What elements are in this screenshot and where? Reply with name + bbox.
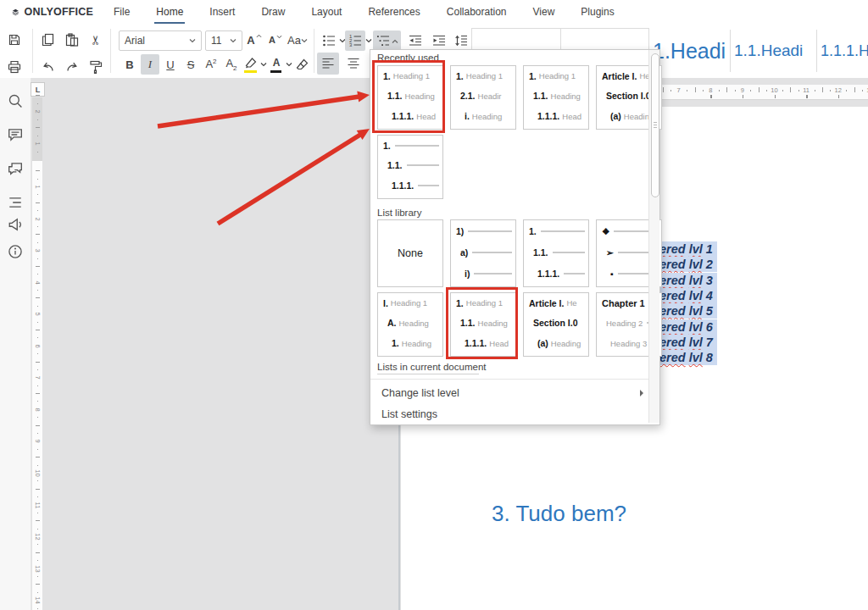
increase-indent-button[interactable] bbox=[429, 30, 449, 51]
menu-item-file[interactable]: File bbox=[112, 1, 131, 24]
menu-item-draw[interactable]: Draw bbox=[259, 1, 287, 24]
recently-used-item-2[interactable]: 1.Heading 12.1.Headiri.Heading bbox=[450, 65, 516, 130]
list-preview-line: I.Heading 1 bbox=[378, 293, 442, 313]
ruler-tick bbox=[37, 465, 39, 466]
dropdown-scrollbar[interactable] bbox=[648, 50, 659, 423]
dropdown-item-change-list-level[interactable]: Change list level bbox=[370, 383, 659, 403]
align-center-button[interactable] bbox=[342, 53, 364, 75]
italic-button[interactable]: I bbox=[141, 54, 159, 75]
font-color-button[interactable]: A bbox=[268, 54, 285, 75]
undo-button[interactable] bbox=[39, 58, 58, 76]
search-icon[interactable] bbox=[8, 93, 23, 108]
menu-item-view[interactable]: View bbox=[531, 1, 557, 24]
bullet-list-button[interactable] bbox=[319, 30, 339, 51]
print-button[interactable] bbox=[5, 58, 24, 76]
numbered-list-button[interactable]: 123 bbox=[345, 30, 365, 51]
font-color-menu-button[interactable] bbox=[285, 54, 293, 75]
ruler-tick bbox=[36, 552, 40, 553]
style-gallery-preview-3[interactable]: 1.1.1.H bbox=[816, 30, 868, 72]
feedback-icon[interactable] bbox=[8, 217, 23, 232]
menu-item-insert[interactable]: Insert bbox=[208, 1, 236, 24]
superscript-button[interactable]: A2 bbox=[202, 54, 220, 75]
document-heading-text[interactable]: 3. Tudo bem? bbox=[492, 501, 626, 527]
list-library-item-3[interactable]: 1.1.1.1.1.1. bbox=[523, 219, 589, 287]
chat-icon[interactable] bbox=[8, 161, 23, 176]
paste-button[interactable] bbox=[63, 30, 81, 49]
style-gallery-preview-2[interactable]: 1.1.Headi bbox=[730, 30, 817, 72]
list-preview-line: 1.1. bbox=[524, 241, 588, 263]
bold-button[interactable]: B bbox=[120, 54, 139, 75]
vertical-ruler-number: 2 bbox=[34, 214, 42, 224]
list-level-number: 6 bbox=[706, 320, 713, 334]
style-gallery-cell-empty-2[interactable] bbox=[560, 28, 649, 50]
list-level-number: 3 bbox=[706, 274, 713, 287]
selected-list-line[interactable]: ered lvl 8 bbox=[653, 350, 717, 365]
svg-text:3: 3 bbox=[349, 42, 353, 47]
menu-item-layout[interactable]: Layout bbox=[309, 1, 343, 24]
underline-button[interactable]: U bbox=[161, 54, 180, 75]
list-preview-line: 1. bbox=[378, 136, 442, 156]
recently-used-item-5[interactable]: 1.1.1.1.1.1. bbox=[377, 135, 443, 199]
decrease-indent-button[interactable] bbox=[405, 30, 426, 51]
dropdown-scrollbar-thumb[interactable] bbox=[651, 53, 659, 197]
menu-item-plugins[interactable]: Plugins bbox=[579, 1, 615, 24]
comments-icon[interactable] bbox=[8, 127, 23, 142]
list-library-item-5[interactable]: I.Heading 1A.Heading1.Heading bbox=[377, 292, 443, 357]
about-icon[interactable] bbox=[8, 244, 23, 259]
selected-list-line[interactable]: ered lvl 1 bbox=[653, 241, 717, 257]
vertical-ruler-number: 12 bbox=[34, 532, 42, 542]
recently-used-item-3[interactable]: 1.Heading 11.1.Heading1.1.1.Head bbox=[523, 65, 589, 130]
onlyoffice-document-editor: ONLYOFFICE FileHomeInsertDrawLayoutRefer… bbox=[0, 0, 868, 610]
decrease-font-button[interactable]: A bbox=[266, 30, 285, 49]
dropdown-item-list-settings[interactable]: List settings bbox=[370, 404, 659, 424]
selected-list-line[interactable]: ered lvl 6 bbox=[653, 319, 717, 335]
numbered-list-menu-button[interactable] bbox=[364, 30, 372, 51]
ruler-tick bbox=[726, 87, 727, 92]
clear-style-button[interactable] bbox=[293, 54, 312, 75]
list-label: Heading bbox=[399, 319, 429, 328]
highlight-color-menu-button[interactable] bbox=[259, 54, 268, 75]
menu-item-home[interactable]: Home bbox=[154, 1, 185, 24]
misspelled-word: ered bbox=[659, 320, 686, 334]
increase-font-button[interactable]: A bbox=[244, 30, 264, 49]
selected-list-line[interactable]: ered lvl 3 bbox=[653, 273, 717, 288]
ruler-tick bbox=[37, 480, 39, 481]
selected-list-line[interactable]: ered lvl 5 bbox=[653, 303, 717, 319]
menu-item-collaboration[interactable]: Collaboration bbox=[445, 1, 509, 24]
list-library-item-1[interactable]: None bbox=[377, 219, 443, 287]
multilevel-list-button[interactable] bbox=[373, 30, 401, 51]
copy-style-button[interactable] bbox=[86, 58, 105, 76]
redo-button[interactable] bbox=[63, 58, 81, 76]
list-level-number: 8 bbox=[706, 351, 713, 364]
style-gallery-cell-empty-1[interactable] bbox=[471, 28, 561, 50]
list-preview-line: 1.Heading 1 bbox=[451, 66, 515, 86]
list-library-item-7[interactable]: Article I.HeSection I.0(a)Heading bbox=[523, 292, 589, 357]
selected-list-line[interactable]: ered lvl 2 bbox=[653, 257, 717, 272]
vertical-ruler[interactable]: 211234567891011121314 bbox=[32, 78, 42, 610]
strikethrough-button[interactable]: S bbox=[181, 54, 200, 75]
list-number: 1) bbox=[456, 226, 464, 236]
list-preview-line: i.Heading bbox=[451, 106, 515, 126]
top-menu: FileHomeInsertDrawLayoutReferencesCollab… bbox=[112, 1, 616, 24]
font-size-select[interactable]: 11 bbox=[205, 30, 242, 51]
annotation-highlight-box-recently-used bbox=[372, 60, 445, 133]
placeholder-rule bbox=[553, 252, 585, 253]
app-logo-text: ONLYOFFICE bbox=[25, 6, 93, 18]
list-library-item-2[interactable]: 1)a)i) bbox=[450, 219, 516, 287]
horizontal-ruler-number: 7 bbox=[677, 86, 681, 94]
selected-list-line[interactable]: ered lvl 7 bbox=[653, 335, 717, 350]
line-spacing-button[interactable] bbox=[451, 30, 471, 51]
selected-list-line[interactable]: ered lvl 4 bbox=[653, 288, 717, 303]
highlight-color-button[interactable] bbox=[242, 54, 259, 75]
align-left-button[interactable] bbox=[317, 53, 339, 75]
cut-button[interactable]: ✂ bbox=[86, 30, 105, 49]
font-name-select[interactable]: Arial bbox=[119, 30, 202, 51]
menu-item-references[interactable]: References bbox=[366, 1, 421, 24]
subscript-button[interactable]: A2 bbox=[222, 54, 241, 75]
default-tab-stop-tick bbox=[710, 95, 712, 98]
save-button[interactable] bbox=[5, 30, 24, 49]
navigation-icon[interactable] bbox=[8, 195, 23, 210]
copy-button[interactable] bbox=[39, 30, 58, 49]
change-case-button[interactable]: Aa bbox=[287, 30, 309, 49]
horizontal-ruler-number: 11 bbox=[803, 86, 810, 94]
